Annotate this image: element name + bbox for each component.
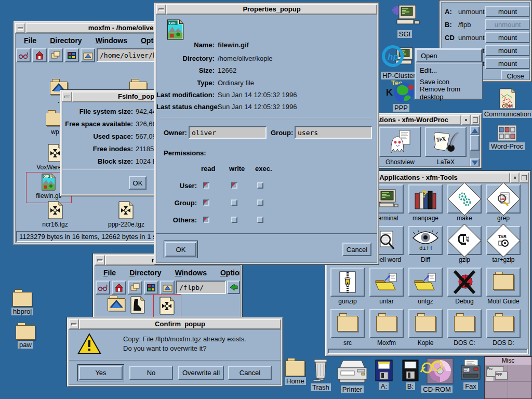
perm-group-write-checkbox[interactable] — [231, 200, 237, 206]
properties-ok-button[interactable]: OK — [165, 242, 196, 257]
ppp220e-tgz-icon[interactable] — [118, 201, 134, 221]
latex-button[interactable]: TeX — [425, 127, 467, 157]
scroll-down-button[interactable] — [470, 158, 480, 167]
debug-button[interactable] — [447, 268, 482, 297]
menu-directory[interactable]: Directory — [50, 36, 82, 45]
desktop-icon-trash[interactable]: Trash — [311, 357, 331, 391]
desktop-icon-printer[interactable]: Printer — [336, 358, 369, 393]
pager-misc[interactable]: Misc Pro App — [484, 356, 532, 399]
minimize-button[interactable] — [95, 255, 105, 265]
properties-titlebar[interactable]: Properties_popup — [156, 4, 377, 15]
confirm-no-button[interactable]: No — [129, 366, 173, 380]
maximize-button[interactable] — [471, 115, 480, 125]
maximize-button[interactable] — [520, 172, 529, 183]
mount-close-button[interactable]: Close — [501, 70, 530, 80]
up-directory-button[interactable] — [160, 281, 175, 295]
confirm-overwrite-all-button[interactable]: Overwrite all — [178, 366, 224, 380]
tools-hscrollbar[interactable] — [328, 349, 528, 354]
find-button[interactable] — [96, 281, 110, 295]
home-button[interactable] — [112, 281, 126, 295]
find-button[interactable] — [16, 48, 31, 62]
menu-file[interactable]: File — [24, 36, 36, 45]
desktop-icon-communication[interactable]: COM Communication — [483, 88, 532, 118]
menu-directory[interactable]: Directory — [129, 269, 161, 277]
src-button[interactable] — [330, 309, 365, 338]
perm-user-exec-checkbox[interactable] — [257, 182, 263, 189]
gzip-button[interactable]: ZIP — [447, 226, 482, 255]
menu-windows[interactable]: Windows — [96, 36, 127, 45]
ghostview-button[interactable] — [379, 127, 421, 157]
moxfm-folder-button[interactable] — [369, 309, 404, 338]
pager-quadrant-3[interactable] — [485, 382, 508, 398]
minimize-button[interactable] — [62, 91, 72, 102]
kopie-folder-button[interactable] — [408, 309, 443, 338]
desktop-icon-sgi[interactable]: SGI — [389, 3, 421, 38]
mount-button-a[interactable]: mount — [485, 6, 530, 17]
view-button[interactable] — [64, 48, 79, 62]
back-button[interactable] — [227, 281, 240, 294]
confirm-cancel-button[interactable]: Cancel — [228, 366, 272, 380]
mount-button-cd[interactable]: mount — [485, 32, 530, 43]
confirm-titlebar[interactable]: Confirm_popup — [69, 319, 281, 329]
fsinfo-ok-button[interactable]: OK — [129, 176, 147, 190]
perm-others-read-checkbox[interactable] — [203, 217, 209, 223]
group-input[interactable]: users — [295, 126, 372, 139]
desktop-icon-cdrom[interactable]: CD-ROM — [420, 357, 454, 393]
unmount-button-b[interactable]: unmount — [485, 19, 530, 30]
mount-button-c[interactable]: mount — [485, 45, 530, 56]
desktop-icon-word-proc[interactable]: Word-Proc — [486, 125, 528, 150]
gunzip-button[interactable] — [330, 268, 365, 297]
desktop-icon-drive-a[interactable]: A: — [375, 360, 393, 390]
desktop-icon-fax[interactable]: Fax — [459, 358, 482, 390]
perm-group-exec-checkbox[interactable] — [257, 200, 263, 206]
desktop-icon-paw[interactable]: paw — [16, 325, 35, 349]
confirm-yes-button[interactable]: Yes — [79, 366, 123, 380]
perm-others-exec-checkbox[interactable] — [257, 217, 263, 223]
pager-quadrant-1[interactable]: Pro App — [485, 365, 508, 382]
desktop-icon-hp-cluster[interactable]: hp HP-Cluster — [381, 45, 417, 79]
desktop-icon-hbproj[interactable]: hbproj — [11, 292, 33, 315]
iconify-button[interactable] — [461, 115, 471, 125]
view-button[interactable] — [144, 281, 158, 295]
desktop-icon-home[interactable]: Home — [285, 361, 306, 385]
scroll-thumb[interactable] — [470, 135, 480, 151]
untgz-button[interactable] — [408, 268, 443, 297]
pager-quadrant-4[interactable] — [508, 382, 531, 398]
perm-user-write-checkbox[interactable] — [231, 182, 237, 189]
home-button[interactable] — [32, 48, 47, 62]
properties-cancel-button[interactable]: Cancel — [342, 243, 371, 256]
manpage-button[interactable]: ? — [408, 184, 443, 214]
tar-gzip-button[interactable]: TAR — [486, 226, 521, 255]
menu-options[interactable]: Options — [220, 269, 241, 277]
minimize-button[interactable] — [69, 319, 79, 329]
mount-button-d[interactable]: mount — [485, 58, 530, 69]
iconify-button[interactable] — [510, 172, 520, 183]
menu-item-edit[interactable]: Edit... — [416, 64, 482, 76]
copy-button[interactable] — [48, 48, 63, 62]
make-button[interactable] — [447, 184, 482, 214]
desktop-icon-drive-b[interactable]: B: — [402, 360, 419, 390]
minimize-button[interactable] — [156, 4, 166, 15]
perm-others-write-checkbox[interactable] — [231, 217, 237, 223]
dos-d-button[interactable] — [486, 309, 521, 338]
dos-c-button[interactable] — [447, 309, 482, 338]
menu-file[interactable]: File — [103, 269, 116, 277]
motif-guide-button[interactable] — [486, 268, 521, 297]
diff-button[interactable]: diff — [408, 226, 443, 255]
wordproc-scrollbar[interactable] — [470, 126, 480, 167]
moxfm2-path-input[interactable]: /flpb/ — [176, 281, 226, 294]
owner-input[interactable]: oliver — [189, 126, 267, 139]
scroll-up-button[interactable] — [470, 126, 480, 135]
menu-windows[interactable]: Windows — [175, 269, 207, 277]
minimize-button[interactable] — [15, 23, 25, 33]
grep-button[interactable]: ABC — [486, 184, 521, 214]
boot-image-file-icon[interactable] — [130, 296, 145, 316]
parent-dir-icon[interactable] — [108, 298, 125, 311]
up-directory-button[interactable] — [81, 48, 95, 62]
untar-button[interactable] — [369, 268, 404, 297]
menu-item-open[interactable]: Open — [416, 49, 482, 62]
copy-button[interactable] — [128, 281, 142, 295]
perm-group-read-checkbox[interactable] — [203, 200, 209, 206]
menu-item-remove-from-desktop[interactable]: Remove from desktop — [416, 87, 482, 99]
ncr16-tgz-icon[interactable] — [48, 201, 63, 221]
